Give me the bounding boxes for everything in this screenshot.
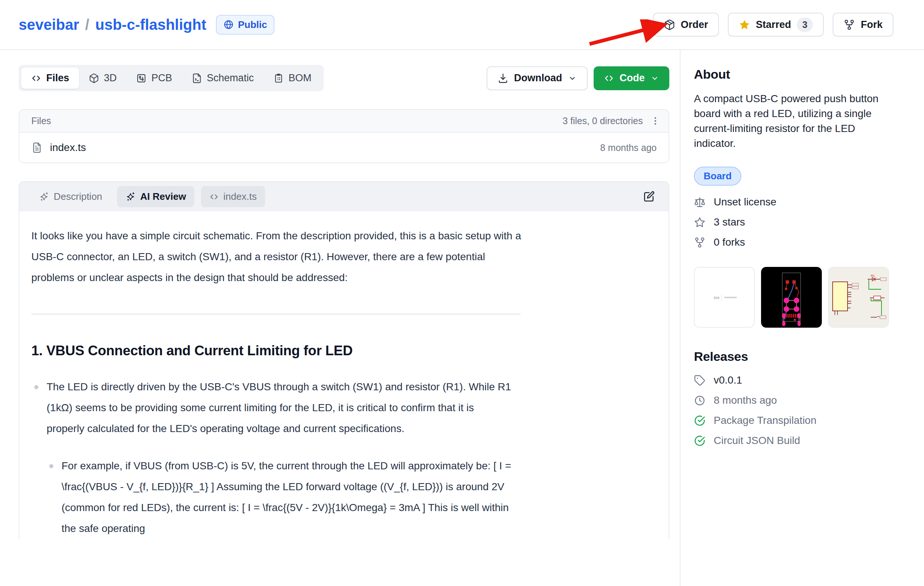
stars-row[interactable]: 3 stars <box>694 216 894 228</box>
review-intro: It looks like you have a simple circuit … <box>31 226 523 288</box>
bullet-text: The LED is directly driven by the USB-C'… <box>46 381 511 434</box>
svg-text:R/L: R/L <box>871 274 875 277</box>
download-button[interactable]: Download <box>487 66 587 90</box>
tab-files-label: Files <box>46 72 69 84</box>
code-brackets-icon <box>209 192 219 202</box>
code-brackets-icon <box>31 73 41 84</box>
download-icon <box>497 73 508 84</box>
files-panel-title: Files <box>31 115 51 127</box>
check-label: Circuit JSON Build <box>714 435 800 446</box>
list-item: For example, if VBUS (from USB-C) is 5V,… <box>46 456 512 539</box>
files-panel-header: Files 3 files, 0 directories <box>20 110 668 133</box>
review-section-title: 1. VBUS Connection and Current Limiting … <box>31 343 655 359</box>
code-label: Code <box>620 72 645 84</box>
tab-bom-label: BOM <box>289 72 312 84</box>
code-button[interactable]: Code <box>594 66 670 90</box>
tag-icon <box>694 375 706 386</box>
forks-row[interactable]: 0 forks <box>694 236 894 248</box>
fork-icon <box>843 19 855 31</box>
repo-meta: Unset license 3 stars 0 forks <box>694 196 894 248</box>
check-circle-icon <box>694 415 706 426</box>
globe-icon <box>223 20 234 30</box>
visibility-label: Public <box>238 19 267 31</box>
breadcrumb-separator: / <box>85 16 89 33</box>
license-row: Unset license <box>694 196 894 208</box>
tab-3d-label: 3D <box>104 72 117 84</box>
chevron-down-icon <box>568 74 577 83</box>
release-version: v0.0.1 <box>714 374 742 386</box>
check-label: Package Transpilation <box>714 415 817 426</box>
tab-description[interactable]: Description <box>31 186 111 207</box>
files-summary: 3 files, 0 directories <box>563 115 643 127</box>
download-label: Download <box>514 72 562 84</box>
bullet-text: For example, if VBUS (from USB-C) is 5V,… <box>61 460 511 534</box>
repo-link[interactable]: usb-c-flashlight <box>95 16 206 33</box>
tab-bom[interactable]: BOM <box>264 67 322 89</box>
toolbar-actions: Download Code <box>487 66 670 90</box>
star-button[interactable]: Starred 3 <box>728 13 824 36</box>
board-tag[interactable]: Board <box>694 166 741 186</box>
preview-thumbnails: 509 <box>694 267 894 328</box>
repo-header: seveibar / usb-c-flashlight Public <box>0 0 924 50</box>
star-icon <box>739 19 750 31</box>
release-age: 8 months ago <box>714 394 777 406</box>
tab-index-ts-label: index.ts <box>223 191 257 202</box>
license-label: Unset license <box>714 196 776 208</box>
tab-pcb[interactable]: PCB <box>126 67 182 89</box>
file-updated: 8 months ago <box>601 142 657 153</box>
release-age-row: 8 months ago <box>694 394 894 406</box>
fork-icon <box>694 237 706 248</box>
clipboard-list-icon <box>273 73 284 84</box>
bullet-dot <box>34 385 38 389</box>
annotation-arrow <box>587 20 675 48</box>
bullet-dot <box>49 464 53 468</box>
starred-label: Starred <box>756 19 791 31</box>
file-terminal-icon <box>191 73 202 84</box>
sidebar: About A compact USB-C powered push butto… <box>680 50 924 586</box>
main-column: Files 3D PC <box>0 50 680 586</box>
view-tab-bar: Files 3D PC <box>19 65 323 91</box>
tab-index-ts[interactable]: index.ts <box>201 186 265 207</box>
tab-schematic-label: Schematic <box>207 72 254 84</box>
review-card: Description AI Review index.ts <box>19 181 669 539</box>
releases-title: Releases <box>694 349 894 364</box>
fork-label: Fork <box>861 19 883 31</box>
tab-ai-review[interactable]: AI Review <box>117 186 194 207</box>
fork-button[interactable]: Fork <box>833 13 893 36</box>
markdown-divider <box>31 313 521 314</box>
tab-description-label: Description <box>54 191 102 202</box>
tab-ai-review-label: AI Review <box>140 191 186 202</box>
tab-schematic[interactable]: Schematic <box>182 67 264 89</box>
tab-3d[interactable]: 3D <box>79 67 127 89</box>
about-title: About <box>694 67 894 82</box>
sparkles-icon <box>125 192 136 202</box>
stars-label: 3 stars <box>714 216 745 228</box>
files-panel: Files 3 files, 0 directories index.ts 8 … <box>19 109 669 163</box>
tab-files[interactable]: Files <box>21 67 79 89</box>
file-name: index.ts <box>50 142 86 153</box>
check-row: Circuit JSON Build <box>694 435 894 446</box>
release-version-row[interactable]: v0.0.1 <box>694 374 894 386</box>
order-label: Order <box>681 19 708 31</box>
cube-3d-icon <box>89 73 99 84</box>
check-circle-icon <box>694 435 706 446</box>
thumbnail-3d-preview[interactable]: 509 <box>694 267 755 328</box>
thumbnail-schematic-preview[interactable]: R/L <box>828 267 889 328</box>
thumbnail-pcb-preview[interactable] <box>761 267 822 328</box>
file-row[interactable]: index.ts 8 months ago <box>20 133 668 163</box>
kebab-menu-icon[interactable] <box>650 116 660 126</box>
file-icon <box>31 142 43 153</box>
review-body: It looks like you have a simple circuit … <box>20 211 668 539</box>
tab-pcb-label: PCB <box>152 72 172 84</box>
owner-link[interactable]: seveibar <box>19 16 79 33</box>
thumb-3d-label: 509 <box>714 296 719 300</box>
scale-icon <box>694 196 706 208</box>
edit-icon[interactable] <box>642 191 655 203</box>
releases-section: Releases v0.0.1 8 months ago <box>694 349 894 446</box>
check-row: Package Transpilation <box>694 415 894 426</box>
about-text: A compact USB-C powered push button boar… <box>694 91 891 151</box>
forks-label: 0 forks <box>714 236 745 248</box>
clock-icon <box>694 395 706 406</box>
code-brackets-icon <box>604 73 614 84</box>
pcb-icon <box>136 73 147 84</box>
